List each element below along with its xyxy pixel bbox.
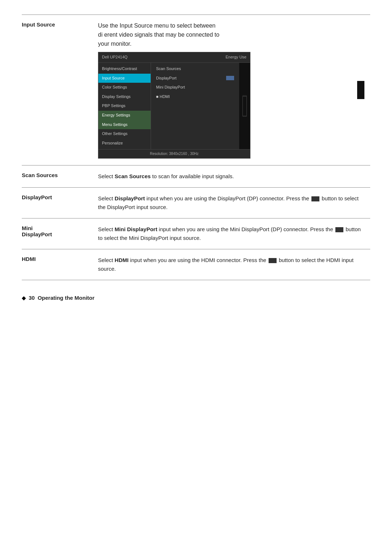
label-hdmi: HDMI (22, 249, 94, 280)
osd-right-button (357, 81, 364, 99)
row-displayport: DisplayPort Select DisplayPort input whe… (22, 188, 370, 218)
page-footer: ◆ 30 Operating the Monitor (22, 295, 370, 301)
osd-right-mini-displayport: Mini DisplayPort (154, 83, 236, 92)
row-input-source: Input Source Use the Input Source menu t… (22, 15, 370, 165)
displayport-button-swatch (311, 196, 319, 201)
content-table: Input Source Use the Input Source menu t… (22, 15, 370, 280)
osd-right-displayport: DisplayPort (154, 74, 236, 83)
osd-item-brightness[interactable]: Brightness/Contrast (98, 64, 151, 74)
displayport-swatch (226, 76, 234, 80)
osd-right-hdmi: ■ HDMI (154, 92, 236, 102)
desc-input-source: Use the Input Source menu to select betw… (94, 15, 356, 165)
row-mini-displayport: Mini DisplayPort Select Mini DisplayPort… (22, 218, 370, 249)
osd-item-input-source[interactable]: Input Source (98, 74, 151, 83)
footer-text: Operating the Monitor (38, 295, 95, 301)
desc-displayport: Select DisplayPort input when you are us… (94, 188, 370, 218)
osd-right-empty1 (154, 101, 236, 111)
osd-screenshot: Dell UP2414Q Energy Use Brightness/Contr… (98, 52, 250, 159)
row-scan-sources: Scan Sources Select Scan Sources to scan… (22, 165, 370, 188)
osd-item-color-settings[interactable]: Color Settings (98, 83, 151, 92)
desc-mini-displayport: Select Mini DisplayPort input when you a… (94, 218, 370, 249)
osd-header: Dell UP2414Q Energy Use (98, 52, 250, 63)
label-mini-displayport: Mini DisplayPort (22, 218, 94, 249)
label-displayport: DisplayPort (22, 188, 94, 218)
desc-scan-sources: Select Scan Sources to scan for availabl… (94, 165, 370, 188)
osd-right-scan-sources: Scan Sources (154, 64, 236, 74)
osd-right-panel: Scan Sources DisplayPort Mini DisplayPor… (151, 63, 239, 149)
osd-item-other-settings[interactable]: Other Settings (98, 129, 151, 139)
osd-left-menu: Brightness/Contrast Input Source Color S… (98, 63, 151, 149)
osd-right-empty4 (154, 129, 236, 139)
osd-item-pbp-settings[interactable]: PBP Settings (98, 101, 151, 111)
osd-item-menu-settings[interactable]: Menu Settings (98, 120, 151, 130)
osd-energy: Energy Use (226, 54, 246, 61)
label-input-source: Input Source (22, 15, 94, 165)
osd-model: Dell UP2414Q (102, 54, 127, 61)
osd-scroll-block (242, 95, 247, 117)
page-wrapper: Input Source Use the Input Source menu t… (22, 15, 370, 301)
input-source-description: Use the Input Source menu to select betw… (98, 21, 352, 48)
hdmi-button-swatch (269, 258, 277, 263)
footer-page-num: 30 (29, 295, 35, 301)
osd-right-empty2 (154, 111, 236, 120)
footer-diamond-icon: ◆ (22, 295, 26, 301)
osd-scrollbar (243, 97, 246, 115)
osd-right-empty3 (154, 120, 236, 130)
osd-right-empty5 (154, 139, 236, 148)
osd-item-personalize[interactable]: Personalize (98, 139, 151, 148)
osd-scroll-inner (242, 96, 247, 116)
osd-right-button-cell (356, 15, 370, 165)
osd-footer: Resolution: 3840x2160 , 30Hz (98, 149, 250, 158)
mini-displayport-button-swatch (335, 227, 343, 232)
label-scan-sources: Scan Sources (22, 165, 94, 188)
osd-body: Brightness/Contrast Input Source Color S… (98, 63, 250, 149)
desc-hdmi: Select HDMI input when you are using the… (94, 249, 370, 280)
row-hdmi: HDMI Select HDMI input when you are usin… (22, 249, 370, 280)
osd-item-display-settings[interactable]: Display Settings (98, 92, 151, 102)
osd-scroll-area (239, 63, 250, 149)
osd-item-energy-settings[interactable]: Energy Settings (98, 111, 151, 120)
